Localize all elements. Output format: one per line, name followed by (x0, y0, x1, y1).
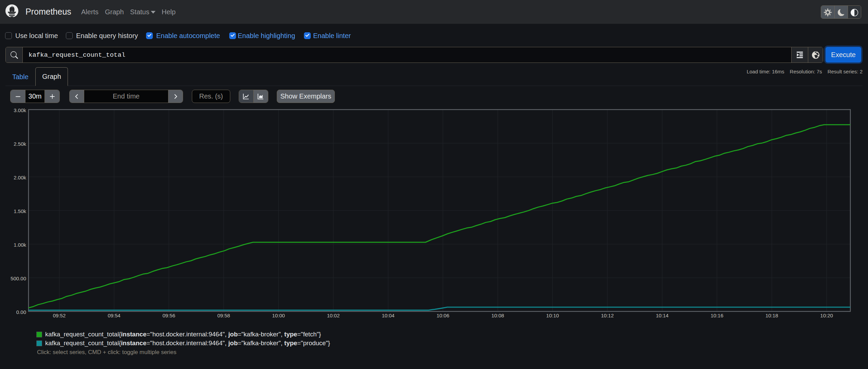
svg-text:10:00: 10:00 (272, 313, 285, 318)
svg-text:09:52: 09:52 (53, 313, 66, 318)
svg-text:10:06: 10:06 (437, 313, 450, 318)
svg-text:10:14: 10:14 (656, 313, 669, 318)
svg-text:10:12: 10:12 (601, 313, 614, 318)
svg-text:09:58: 09:58 (217, 313, 230, 318)
svg-text:500.00: 500.00 (11, 276, 26, 281)
svg-text:10:02: 10:02 (327, 313, 340, 318)
svg-text:10:20: 10:20 (820, 313, 833, 318)
svg-text:1.50k: 1.50k (14, 208, 26, 214)
svg-text:2.50k: 2.50k (14, 141, 26, 147)
svg-text:09:54: 09:54 (108, 313, 121, 318)
svg-text:1.00k: 1.00k (14, 242, 26, 248)
svg-text:2.00k: 2.00k (14, 175, 26, 180)
svg-text:10:16: 10:16 (711, 313, 724, 318)
svg-text:0.00: 0.00 (16, 309, 26, 315)
svg-text:10:08: 10:08 (491, 313, 504, 318)
svg-text:09:56: 09:56 (163, 313, 176, 318)
svg-text:10:10: 10:10 (546, 313, 559, 318)
svg-text:3.00k: 3.00k (14, 107, 26, 113)
svg-text:10:04: 10:04 (382, 313, 395, 318)
svg-text:10:18: 10:18 (765, 313, 778, 318)
